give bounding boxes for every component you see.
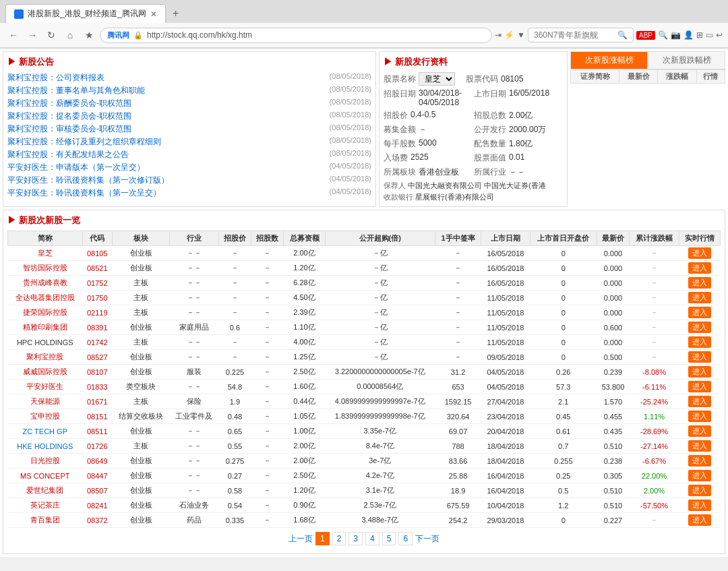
enter-button[interactable]: 进入 <box>688 425 711 437</box>
announce-link[interactable]: 聚利宝控股：提名委员会-职权范围 <box>7 111 131 122</box>
camera-icon[interactable]: 📷 <box>671 30 681 40</box>
search-box[interactable]: 🔍 <box>528 28 634 42</box>
page-link-5[interactable]: 5 <box>382 532 396 545</box>
next-page-link[interactable]: 下一页 <box>415 533 439 545</box>
tab-close-button[interactable]: ✕ <box>150 9 157 19</box>
cell-change: － <box>630 350 679 365</box>
page-link-3[interactable]: 3 <box>348 532 363 545</box>
search-icon-2[interactable]: 🔍 <box>658 30 668 40</box>
announce-link[interactable]: 聚利宝控股：公司资料报表 <box>7 72 104 84</box>
refresh-button[interactable]: ↻ <box>43 27 59 43</box>
cell-listing-date: 16/04/2018 <box>481 483 530 498</box>
stock-name-link[interactable]: 平安好医生 <box>26 382 63 390</box>
stock-name-link[interactable]: HPC HOLDINGS <box>17 338 73 347</box>
tab-falling[interactable]: 次新股跌幅榜 <box>648 51 725 69</box>
active-tab[interactable]: 港股新股_港股_财经频道_腾讯网 ✕ <box>5 4 166 23</box>
stock-name-link[interactable]: MS CONCEPT <box>20 472 69 480</box>
dropdown-icon[interactable]: ▼ <box>517 30 525 40</box>
enter-button[interactable]: 进入 <box>688 262 711 274</box>
cell-latest-price: 1.570 <box>597 394 629 409</box>
toolbar-icons: ABP 🔍 📷 👤 ⊞ ▭ ↩ <box>636 30 723 40</box>
address-bar[interactable]: 腾讯网 🔒 http://stock.qq.com/hk/xg.htm <box>100 28 492 43</box>
share-icon[interactable]: ⇥ <box>495 30 502 40</box>
stock-name-link[interactable]: 皇芝 <box>38 249 53 257</box>
ipo-price-value: 0.4-0.5 <box>411 110 435 119</box>
enter-button[interactable]: 进入 <box>688 470 711 481</box>
announce-link[interactable]: 平安好医生：聆讯後资料集（第一次呈交） <box>7 187 161 199</box>
page-link-4[interactable]: 4 <box>365 532 380 545</box>
cell-action: 进入 <box>679 350 720 365</box>
enter-button[interactable]: 进入 <box>688 307 711 318</box>
cell-ipo-num: － <box>251 424 284 439</box>
announce-date: (08/05/2018) <box>330 72 371 84</box>
enter-button[interactable]: 进入 <box>688 396 711 407</box>
grid-icon[interactable]: ⊞ <box>696 30 703 40</box>
enter-button[interactable]: 进入 <box>688 292 711 303</box>
ipo-stock-code-label: 股票代码 <box>466 73 498 85</box>
page-link-6[interactable]: 6 <box>398 532 413 545</box>
stock-name-link[interactable]: 精雅印刷集团 <box>23 323 67 331</box>
announce-link[interactable]: 聚利宝控股：董事名单与其角色和职能 <box>7 85 145 96</box>
ipo-stock-name-select[interactable]: 皇芝 <box>419 72 455 86</box>
enter-button[interactable]: 进入 <box>688 322 711 333</box>
stock-name-link[interactable]: 宝申控股 <box>30 412 60 420</box>
enter-button[interactable]: 进入 <box>688 366 711 378</box>
enter-button[interactable]: 进入 <box>688 247 711 259</box>
enter-button[interactable]: 进入 <box>688 440 711 452</box>
enter-button[interactable]: 进入 <box>688 336 711 348</box>
cell-win-rate: 31.2 <box>435 365 481 380</box>
enter-button[interactable]: 进入 <box>688 500 711 511</box>
stock-name-link[interactable]: 聚利宝控股 <box>26 353 63 361</box>
search-input[interactable] <box>534 30 615 40</box>
user-icon[interactable]: 👤 <box>684 30 694 40</box>
stock-name-link[interactable]: 智坊国际控股 <box>23 264 67 272</box>
cell-name: HKE HOLDINGS <box>8 439 83 454</box>
enter-button[interactable]: 进入 <box>688 514 711 526</box>
board-label: 所属板块 <box>384 167 416 178</box>
enter-button[interactable]: 进入 <box>688 485 711 496</box>
stock-name-link[interactable]: 全达电器集团控股 <box>16 293 75 301</box>
enter-button[interactable]: 进入 <box>688 455 711 467</box>
stock-name-link[interactable]: 威威国际控股 <box>23 367 67 375</box>
col-realtime: 实时行情 <box>679 231 720 246</box>
cell-win-rate: － <box>435 276 481 291</box>
announce-link[interactable]: 聚利宝控股：有关配发结果之公告 <box>7 149 129 160</box>
stock-name-link[interactable]: 英记茶庄 <box>30 501 60 509</box>
stock-name-link[interactable]: 捷荣国际控股 <box>23 308 67 316</box>
enter-button[interactable]: 进入 <box>688 381 711 392</box>
tab-rising[interactable]: 次新股涨幅榜 <box>570 51 648 69</box>
cell-listing-date: 11/05/2018 <box>481 291 530 305</box>
home-button[interactable]: ⌂ <box>62 27 78 43</box>
back-button[interactable]: ← <box>5 27 22 43</box>
enter-button[interactable]: 进入 <box>688 411 711 422</box>
page-link-2[interactable]: 2 <box>332 532 346 545</box>
stock-name-link[interactable]: 青百集团 <box>30 516 60 524</box>
cell-ipo-num: － <box>251 276 284 291</box>
stock-name-link[interactable]: HKE HOLDINGS <box>17 442 73 450</box>
announce-link[interactable]: 聚利宝控股：审核委员会-职权范围 <box>7 123 131 135</box>
enter-button[interactable]: 进入 <box>688 351 711 363</box>
undo-icon[interactable]: ↩ <box>716 30 723 40</box>
stock-name-link[interactable]: 日光控股 <box>30 456 60 464</box>
stock-name-link[interactable]: ZC TECH GP <box>23 427 67 435</box>
window-icon[interactable]: ▭ <box>706 30 713 40</box>
bookmark-button[interactable]: ★ <box>81 27 97 43</box>
cell-name: 日光控股 <box>8 454 83 469</box>
page-link-1[interactable]: 1 <box>315 532 330 545</box>
announce-link[interactable]: 聚利宝控股：薪酬委员会-职权范围 <box>7 98 131 109</box>
forward-button[interactable]: → <box>24 27 40 43</box>
stock-name-link[interactable]: 爱世纪集团 <box>26 486 63 494</box>
enter-button[interactable]: 进入 <box>688 277 711 289</box>
lightning-icon[interactable]: ⚡ <box>504 30 514 40</box>
prev-page-link[interactable]: 上一页 <box>289 533 313 545</box>
announce-link[interactable]: 平安好医生：聆讯後资料集（第一次修订版） <box>7 175 169 186</box>
ipo-price-cell: 招股价 0.4-0.5 <box>384 109 473 122</box>
adblock-icon[interactable]: ABP <box>636 31 655 40</box>
table-row: 平安好医生 01833 类空板块 －－ 54.8 － 1.60亿 0.00008… <box>8 380 721 394</box>
cell-name: 聚利宝控股 <box>8 350 83 365</box>
announce-link[interactable]: 聚利宝控股：经修订及重列之组织章程细则 <box>7 136 161 148</box>
announce-link[interactable]: 平安好医生：申请版本（第一次呈交） <box>7 162 145 173</box>
stock-name-link[interactable]: 贵州成峰喜教 <box>23 278 67 287</box>
new-tab-button[interactable]: + <box>166 4 185 23</box>
stock-name-link[interactable]: 天保能源 <box>30 397 60 405</box>
